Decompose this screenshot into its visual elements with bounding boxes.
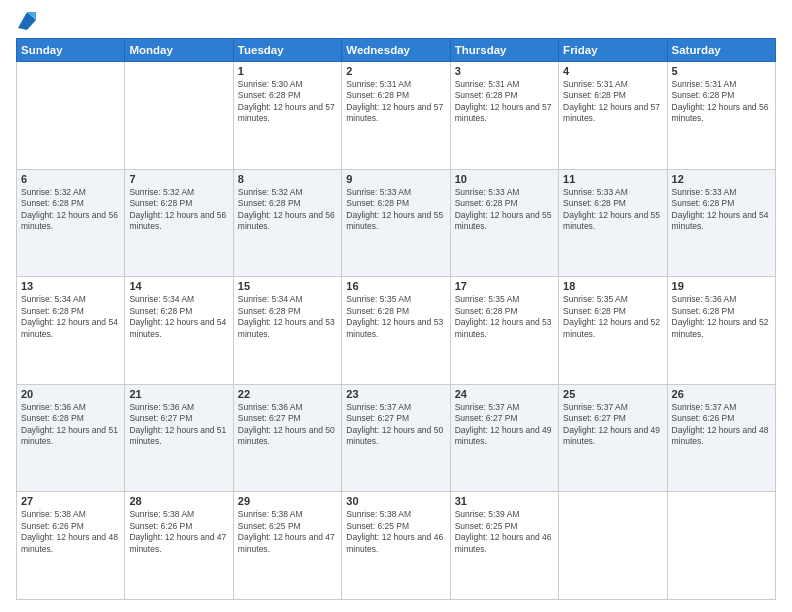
day-number: 17 (455, 280, 554, 292)
day-info: Sunrise: 5:38 AM Sunset: 6:25 PM Dayligh… (346, 509, 445, 555)
calendar-cell: 19Sunrise: 5:36 AM Sunset: 6:28 PM Dayli… (667, 277, 775, 385)
day-number: 12 (672, 173, 771, 185)
calendar-cell: 21Sunrise: 5:36 AM Sunset: 6:27 PM Dayli… (125, 384, 233, 492)
day-info: Sunrise: 5:33 AM Sunset: 6:28 PM Dayligh… (563, 187, 662, 233)
calendar-cell: 28Sunrise: 5:38 AM Sunset: 6:26 PM Dayli… (125, 492, 233, 600)
calendar-cell: 4Sunrise: 5:31 AM Sunset: 6:28 PM Daylig… (559, 62, 667, 170)
calendar-cell: 2Sunrise: 5:31 AM Sunset: 6:28 PM Daylig… (342, 62, 450, 170)
day-info: Sunrise: 5:35 AM Sunset: 6:28 PM Dayligh… (455, 294, 554, 340)
weekday-header: Thursday (450, 39, 558, 62)
day-info: Sunrise: 5:31 AM Sunset: 6:28 PM Dayligh… (672, 79, 771, 125)
day-info: Sunrise: 5:31 AM Sunset: 6:28 PM Dayligh… (563, 79, 662, 125)
day-info: Sunrise: 5:33 AM Sunset: 6:28 PM Dayligh… (455, 187, 554, 233)
calendar-cell: 20Sunrise: 5:36 AM Sunset: 6:28 PM Dayli… (17, 384, 125, 492)
calendar-cell: 30Sunrise: 5:38 AM Sunset: 6:25 PM Dayli… (342, 492, 450, 600)
day-info: Sunrise: 5:32 AM Sunset: 6:28 PM Dayligh… (21, 187, 120, 233)
day-number: 11 (563, 173, 662, 185)
calendar-header-row: SundayMondayTuesdayWednesdayThursdayFrid… (17, 39, 776, 62)
day-number: 29 (238, 495, 337, 507)
weekday-header: Saturday (667, 39, 775, 62)
day-number: 6 (21, 173, 120, 185)
calendar-cell: 29Sunrise: 5:38 AM Sunset: 6:25 PM Dayli… (233, 492, 341, 600)
day-info: Sunrise: 5:33 AM Sunset: 6:28 PM Dayligh… (346, 187, 445, 233)
day-info: Sunrise: 5:31 AM Sunset: 6:28 PM Dayligh… (455, 79, 554, 125)
day-info: Sunrise: 5:38 AM Sunset: 6:26 PM Dayligh… (21, 509, 120, 555)
day-info: Sunrise: 5:38 AM Sunset: 6:26 PM Dayligh… (129, 509, 228, 555)
day-info: Sunrise: 5:32 AM Sunset: 6:28 PM Dayligh… (238, 187, 337, 233)
day-number: 24 (455, 388, 554, 400)
day-info: Sunrise: 5:34 AM Sunset: 6:28 PM Dayligh… (21, 294, 120, 340)
calendar-week-row: 27Sunrise: 5:38 AM Sunset: 6:26 PM Dayli… (17, 492, 776, 600)
calendar-cell: 31Sunrise: 5:39 AM Sunset: 6:25 PM Dayli… (450, 492, 558, 600)
logo-icon (18, 10, 36, 30)
calendar-week-row: 20Sunrise: 5:36 AM Sunset: 6:28 PM Dayli… (17, 384, 776, 492)
day-number: 4 (563, 65, 662, 77)
day-number: 18 (563, 280, 662, 292)
day-info: Sunrise: 5:37 AM Sunset: 6:27 PM Dayligh… (563, 402, 662, 448)
day-info: Sunrise: 5:36 AM Sunset: 6:27 PM Dayligh… (238, 402, 337, 448)
day-info: Sunrise: 5:35 AM Sunset: 6:28 PM Dayligh… (346, 294, 445, 340)
day-info: Sunrise: 5:37 AM Sunset: 6:27 PM Dayligh… (455, 402, 554, 448)
day-number: 3 (455, 65, 554, 77)
calendar-cell: 11Sunrise: 5:33 AM Sunset: 6:28 PM Dayli… (559, 169, 667, 277)
calendar-cell (667, 492, 775, 600)
logo (16, 12, 36, 30)
calendar-cell: 12Sunrise: 5:33 AM Sunset: 6:28 PM Dayli… (667, 169, 775, 277)
calendar-cell (125, 62, 233, 170)
calendar-week-row: 1Sunrise: 5:30 AM Sunset: 6:28 PM Daylig… (17, 62, 776, 170)
calendar-table: SundayMondayTuesdayWednesdayThursdayFrid… (16, 38, 776, 600)
calendar-cell: 5Sunrise: 5:31 AM Sunset: 6:28 PM Daylig… (667, 62, 775, 170)
day-info: Sunrise: 5:38 AM Sunset: 6:25 PM Dayligh… (238, 509, 337, 555)
calendar-cell: 10Sunrise: 5:33 AM Sunset: 6:28 PM Dayli… (450, 169, 558, 277)
day-number: 22 (238, 388, 337, 400)
weekday-header: Wednesday (342, 39, 450, 62)
calendar-cell: 1Sunrise: 5:30 AM Sunset: 6:28 PM Daylig… (233, 62, 341, 170)
day-info: Sunrise: 5:34 AM Sunset: 6:28 PM Dayligh… (129, 294, 228, 340)
day-info: Sunrise: 5:33 AM Sunset: 6:28 PM Dayligh… (672, 187, 771, 233)
day-number: 14 (129, 280, 228, 292)
calendar-cell: 9Sunrise: 5:33 AM Sunset: 6:28 PM Daylig… (342, 169, 450, 277)
day-number: 5 (672, 65, 771, 77)
day-info: Sunrise: 5:35 AM Sunset: 6:28 PM Dayligh… (563, 294, 662, 340)
day-number: 15 (238, 280, 337, 292)
calendar-cell: 17Sunrise: 5:35 AM Sunset: 6:28 PM Dayli… (450, 277, 558, 385)
calendar-week-row: 13Sunrise: 5:34 AM Sunset: 6:28 PM Dayli… (17, 277, 776, 385)
page-header (16, 12, 776, 30)
day-info: Sunrise: 5:37 AM Sunset: 6:26 PM Dayligh… (672, 402, 771, 448)
calendar-cell: 25Sunrise: 5:37 AM Sunset: 6:27 PM Dayli… (559, 384, 667, 492)
day-number: 19 (672, 280, 771, 292)
day-number: 1 (238, 65, 337, 77)
calendar-cell: 13Sunrise: 5:34 AM Sunset: 6:28 PM Dayli… (17, 277, 125, 385)
day-number: 21 (129, 388, 228, 400)
day-info: Sunrise: 5:34 AM Sunset: 6:28 PM Dayligh… (238, 294, 337, 340)
calendar-cell: 7Sunrise: 5:32 AM Sunset: 6:28 PM Daylig… (125, 169, 233, 277)
day-number: 16 (346, 280, 445, 292)
calendar-cell: 27Sunrise: 5:38 AM Sunset: 6:26 PM Dayli… (17, 492, 125, 600)
day-number: 26 (672, 388, 771, 400)
day-info: Sunrise: 5:36 AM Sunset: 6:27 PM Dayligh… (129, 402, 228, 448)
calendar-cell: 24Sunrise: 5:37 AM Sunset: 6:27 PM Dayli… (450, 384, 558, 492)
calendar-cell (17, 62, 125, 170)
calendar-cell: 16Sunrise: 5:35 AM Sunset: 6:28 PM Dayli… (342, 277, 450, 385)
day-number: 7 (129, 173, 228, 185)
calendar-cell: 23Sunrise: 5:37 AM Sunset: 6:27 PM Dayli… (342, 384, 450, 492)
day-info: Sunrise: 5:36 AM Sunset: 6:28 PM Dayligh… (672, 294, 771, 340)
weekday-header: Friday (559, 39, 667, 62)
calendar-cell: 26Sunrise: 5:37 AM Sunset: 6:26 PM Dayli… (667, 384, 775, 492)
calendar-cell: 6Sunrise: 5:32 AM Sunset: 6:28 PM Daylig… (17, 169, 125, 277)
day-info: Sunrise: 5:32 AM Sunset: 6:28 PM Dayligh… (129, 187, 228, 233)
day-number: 27 (21, 495, 120, 507)
day-number: 30 (346, 495, 445, 507)
day-number: 13 (21, 280, 120, 292)
calendar-cell: 18Sunrise: 5:35 AM Sunset: 6:28 PM Dayli… (559, 277, 667, 385)
day-info: Sunrise: 5:31 AM Sunset: 6:28 PM Dayligh… (346, 79, 445, 125)
calendar-week-row: 6Sunrise: 5:32 AM Sunset: 6:28 PM Daylig… (17, 169, 776, 277)
weekday-header: Tuesday (233, 39, 341, 62)
calendar-cell: 15Sunrise: 5:34 AM Sunset: 6:28 PM Dayli… (233, 277, 341, 385)
day-number: 8 (238, 173, 337, 185)
calendar-cell (559, 492, 667, 600)
day-info: Sunrise: 5:39 AM Sunset: 6:25 PM Dayligh… (455, 509, 554, 555)
day-info: Sunrise: 5:36 AM Sunset: 6:28 PM Dayligh… (21, 402, 120, 448)
day-number: 31 (455, 495, 554, 507)
day-number: 25 (563, 388, 662, 400)
